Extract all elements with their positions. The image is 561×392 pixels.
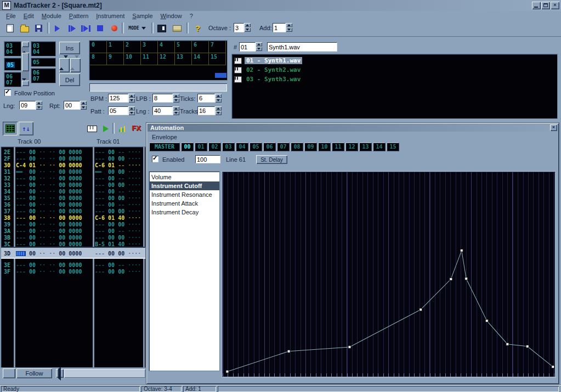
add-field[interactable] xyxy=(273,23,286,32)
pattern-cell-1[interactable]: 1 xyxy=(107,41,124,53)
order-entry[interactable]: 03 xyxy=(6,43,21,49)
scroll-down-button[interactable] xyxy=(22,81,29,86)
pattern-cell-8[interactable]: 8 xyxy=(90,53,107,65)
transpose-button[interactable]: ↑↓ xyxy=(19,122,33,135)
automation-title-bar[interactable]: Automation xyxy=(148,124,558,132)
parameter-item[interactable]: Instrument Cutoff xyxy=(149,181,219,190)
pattern-row-3F[interactable]: 3F--- 00 ·· ·· 00 0000--- 00 00 ···· xyxy=(1,269,145,275)
repeat-field[interactable] xyxy=(64,101,80,110)
parameter-item[interactable]: Instrument Decay xyxy=(149,208,219,217)
octave-spinner[interactable] xyxy=(244,23,251,32)
menu-item-edit[interactable]: Edit xyxy=(20,12,38,20)
automation-tab-08[interactable]: 08 xyxy=(291,143,303,151)
automation-tab-06[interactable]: 06 xyxy=(263,143,276,151)
pattern-cursor-cell[interactable] xyxy=(16,251,26,256)
new-button[interactable] xyxy=(3,22,17,35)
play-pattern-button[interactable] xyxy=(65,22,78,35)
automation-tab-07[interactable]: 07 xyxy=(277,143,290,151)
menu-item-instrument[interactable]: Instrument xyxy=(92,12,128,20)
track-header-1[interactable]: Track 01 xyxy=(97,138,120,145)
automation-close-button[interactable]: × xyxy=(550,124,557,131)
menu-item-pattern[interactable]: Pattern xyxy=(65,12,92,20)
lpb-field[interactable] xyxy=(152,94,173,103)
order-scrollbar[interactable] xyxy=(22,42,29,86)
order-box[interactable]: 0607 xyxy=(31,69,55,83)
pattern-cell-15[interactable]: 15 xyxy=(209,53,226,65)
order-entry[interactable]: 06 xyxy=(6,73,21,79)
hscroll-track[interactable] xyxy=(64,369,145,378)
pattern-row-2F[interactable]: 2F--- 00 ·· ·· 00 0000--- 00 00 ···· xyxy=(1,156,145,162)
length-field[interactable] xyxy=(19,101,36,110)
pattern-cell-9[interactable]: 9 xyxy=(107,53,124,65)
pattern-spinner[interactable] xyxy=(128,106,135,115)
close-button[interactable]: × xyxy=(551,2,559,9)
pattern-grid-scroll-thumb[interactable] xyxy=(215,73,226,78)
menu-item-window[interactable]: Window xyxy=(157,12,186,20)
instrument-number-spinner[interactable] xyxy=(256,42,262,51)
order-entry[interactable]: 06 xyxy=(33,70,55,76)
automation-value-field[interactable] xyxy=(195,155,220,163)
envelope-point[interactable] xyxy=(552,366,554,368)
pattern-cell-6[interactable]: 6 xyxy=(192,41,209,53)
pattern-cell-5[interactable]: 5 xyxy=(175,41,192,53)
order-box[interactable]: 0304 xyxy=(31,42,55,56)
enabled-checkbox[interactable] xyxy=(152,156,158,162)
order-entry[interactable]: 04 xyxy=(33,49,55,55)
scroll-up-button[interactable] xyxy=(22,42,29,47)
automation-tab-01[interactable]: 01 xyxy=(195,143,207,151)
editor-corner-button[interactable] xyxy=(3,368,15,378)
order-entry[interactable]: 05 xyxy=(33,59,55,65)
order-box[interactable]: 0304 xyxy=(4,42,21,56)
pattern-row-36[interactable]: 36--- 00 ·· ·· 00 0000--- 00 -- ···· xyxy=(1,202,145,208)
envelope-graph[interactable] xyxy=(222,172,556,377)
tracks-spinner[interactable] xyxy=(215,106,222,115)
pattern-cell-0[interactable]: 0 xyxy=(90,41,107,53)
pattern-rows[interactable]: 2E--- 00 ·· ·· 00 0000--- 00 -- ····2F--… xyxy=(1,147,145,367)
order-box[interactable]: 0607 xyxy=(4,72,21,87)
envelope-curve[interactable] xyxy=(223,172,555,377)
order-entry[interactable]: 04 xyxy=(6,49,21,55)
automation-tab-03[interactable]: 03 xyxy=(222,143,235,151)
pattern-row-35[interactable]: 35--- 00 ·· ·· 00 0000--- 00 00 ···· xyxy=(1,195,145,202)
pattern-cell-11[interactable]: 11 xyxy=(141,53,158,65)
insert-order-button[interactable]: Ins xyxy=(59,42,80,54)
maximize-button[interactable] xyxy=(541,2,550,9)
order-entry[interactable]: 05 xyxy=(6,62,15,68)
order-entry[interactable]: 07 xyxy=(6,79,21,86)
record-button[interactable] xyxy=(107,22,121,35)
parameter-item[interactable]: Instrument Resonance xyxy=(149,190,219,199)
menu-item-help[interactable]: ? xyxy=(186,12,197,20)
menu-item-file[interactable]: File xyxy=(2,12,20,20)
automation-tab-12[interactable]: 12 xyxy=(345,143,358,151)
order-entry[interactable]: 03 xyxy=(33,43,55,49)
save-button[interactable] xyxy=(32,22,46,35)
pattern-cell-10[interactable]: 10 xyxy=(124,53,141,65)
play-line-button[interactable] xyxy=(79,22,93,35)
bpm-field[interactable] xyxy=(108,94,128,103)
scopes-button[interactable] xyxy=(115,122,129,135)
envelope-point[interactable] xyxy=(287,350,290,353)
stereo-delay-button[interactable]: St. Delay xyxy=(256,155,287,164)
follow-position-checkbox[interactable] xyxy=(4,89,11,96)
pattern-cell-3[interactable]: 3 xyxy=(141,41,158,53)
pattern-cell-4[interactable]: 4 xyxy=(158,41,175,53)
menu-item-module[interactable]: Module xyxy=(38,12,65,20)
order-move-up-down-button[interactable] xyxy=(59,58,70,72)
envelope-point[interactable] xyxy=(526,345,529,348)
order-entry[interactable]: 07 xyxy=(33,76,55,82)
instrument-name-field[interactable] xyxy=(267,42,337,52)
automation-tab-00[interactable]: 00 xyxy=(181,143,194,151)
instrument-item[interactable]: 02 - Synth2.wav xyxy=(232,65,557,75)
tracks-field[interactable] xyxy=(197,106,215,115)
instrument-number-field[interactable] xyxy=(239,42,256,52)
envelope-point[interactable] xyxy=(460,249,463,252)
parameter-item[interactable]: Instrument Attack xyxy=(149,199,219,208)
automation-tab-13[interactable]: 13 xyxy=(359,143,372,151)
pattern-length-spinner[interactable] xyxy=(173,106,179,115)
pattern-length-field[interactable] xyxy=(152,106,173,115)
help-button[interactable]: ? xyxy=(191,22,205,35)
octave-field[interactable] xyxy=(234,23,244,32)
envelope-point[interactable] xyxy=(450,278,452,281)
pattern-row-33[interactable]: 33--- 00 ·· ·· 00 0000--- 00 00 ···· xyxy=(1,182,145,189)
pattern-row-3E[interactable]: 3E--- 00 ·· ·· 00 0000--- 00 -- ···· xyxy=(1,262,145,269)
